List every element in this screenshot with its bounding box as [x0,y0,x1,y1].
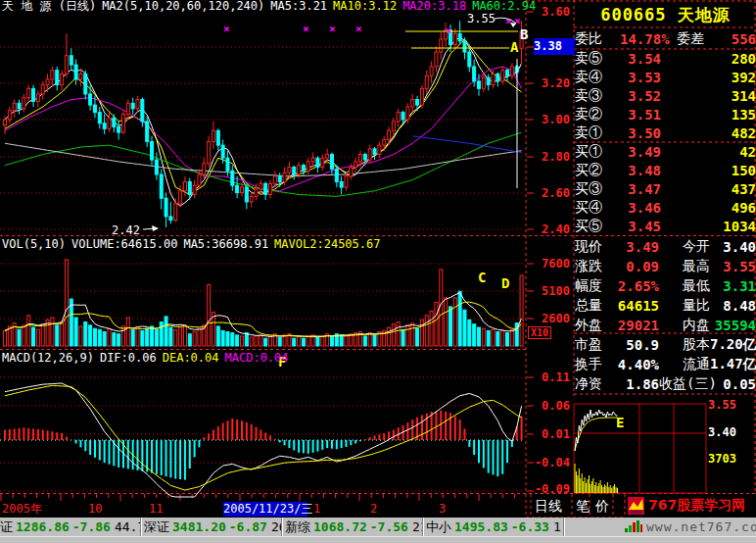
site-banner[interactable]: 767股票学习网 [626,494,756,518]
candle-body [188,181,191,194]
candle-body [241,187,244,193]
candle-body [496,74,499,80]
stat-label: 流通 [659,356,710,373]
candle-body [350,168,353,176]
volume-bar [131,329,134,346]
index-segment-上证: 上证1286.86-7.8644.77亿 [0,518,141,536]
index-amount: 26.03亿 [271,518,282,536]
candle-body [169,217,172,221]
marker-letter: A [510,39,519,55]
weibi-label: 委比 [575,30,620,48]
macd-header-segment: MACD:0.04 [225,351,289,365]
candle-body [335,169,338,181]
stat-value: 35594 [710,318,756,333]
stat-label: 内盘 [659,317,710,334]
candle-body [283,173,286,181]
candle-body [212,130,214,141]
candle-body [478,81,481,88]
candle-body [406,107,409,120]
stat-label: 总量 [575,297,616,315]
volume-bar [473,324,476,346]
candle-body [89,94,92,105]
candle-body [113,118,116,126]
tab-笔[interactable]: 笔 [576,498,590,514]
buy-row: 买⑤3.451034 [575,217,756,235]
volume-bar [440,270,443,346]
stat-value: 1.86 [616,376,659,392]
candle-body [260,183,262,189]
volume-bar [269,336,272,346]
stat-label: 换手 [575,356,616,373]
order-price: 3.45 [618,219,661,234]
stat-row: 幅度2.65%最低3.31 [575,276,756,296]
stat-value: 8.48 [710,298,756,314]
order-level-label: 买④ [575,199,618,217]
buy-row: 买④3.46496 [575,198,756,217]
price-axis-label: 3.20 [525,77,570,89]
volume-bar [160,321,163,346]
tab-价[interactable]: 价 [595,498,609,514]
title-segment: MA10:3.12 [333,0,397,12]
candle-body [250,196,253,202]
series-line [5,37,522,206]
macd-header-segment: DIF:0.06 [100,351,157,365]
order-quantity: 135 [661,107,756,123]
candle-body [245,187,248,202]
candle-body [492,74,495,84]
volume-bar [264,338,267,346]
time-axis-label: 1 [313,503,320,516]
candle-body [208,141,211,163]
price-axis-label: 2.80 [525,151,570,163]
tab-日线[interactable]: 日线 [535,498,562,514]
order-quantity: 482 [661,125,756,141]
index-amount: 1.33亿 [553,518,564,536]
volume-bar [51,318,54,346]
volume-bar [18,329,21,346]
volume-bar [411,323,414,346]
candle-body [118,126,120,132]
stat-value: 4.40% [616,357,659,372]
candle-body [273,176,276,183]
order-level-label: 卖③ [575,87,618,105]
stat-label: 幅度 [575,277,616,295]
volume-bar [32,327,35,346]
index-name: 上证 [0,518,13,536]
stat-row: 现价3.49今开3.40 [575,237,756,257]
candle-body [482,77,485,88]
index-value: 1286.86 [16,518,70,536]
site-url[interactable]: www.net767.com [646,518,756,536]
volume-bar [506,333,509,346]
index-amount: 44.77亿 [115,518,141,536]
volume-bar [435,302,438,346]
volume-bar [93,328,96,346]
volume-bar [392,324,395,346]
stat-value: 2.65% [616,278,659,294]
volume-bar [141,330,144,346]
price-axis-label: 3.60 [525,6,570,18]
candle-body [32,88,35,101]
volume-bar [260,335,262,346]
candle-body [165,198,167,217]
candle-body [388,130,391,139]
candle-body [70,56,72,65]
stat-row: 净资1.86收益(三)0.05 [575,374,756,394]
macd-header-segment: DEA:0.04 [163,351,219,365]
volume-bar [65,260,68,346]
volume-bar [420,320,423,346]
candle-body [8,111,11,120]
volume-bar [307,336,309,346]
sell-row: 卖③3.52314 [575,86,756,105]
chart-title-bar: 天 地 源 (日线)MA2(5,10,20,60,120,240)MA5:3.2… [2,0,537,12]
candle-body [463,41,466,52]
stat-value: 3.55 [710,259,756,274]
vol-header-segment: MAVOL2:24505.67 [274,237,380,251]
volume-bar [169,327,172,346]
candle-body [183,181,186,190]
candle-body [18,103,21,109]
expert-mark-icon: × [514,15,521,27]
volume-bar [193,332,196,346]
candle-body [65,56,68,74]
volume-bar [179,327,182,346]
stock-name: 天地源 [678,5,731,25]
candle-body [326,154,329,158]
